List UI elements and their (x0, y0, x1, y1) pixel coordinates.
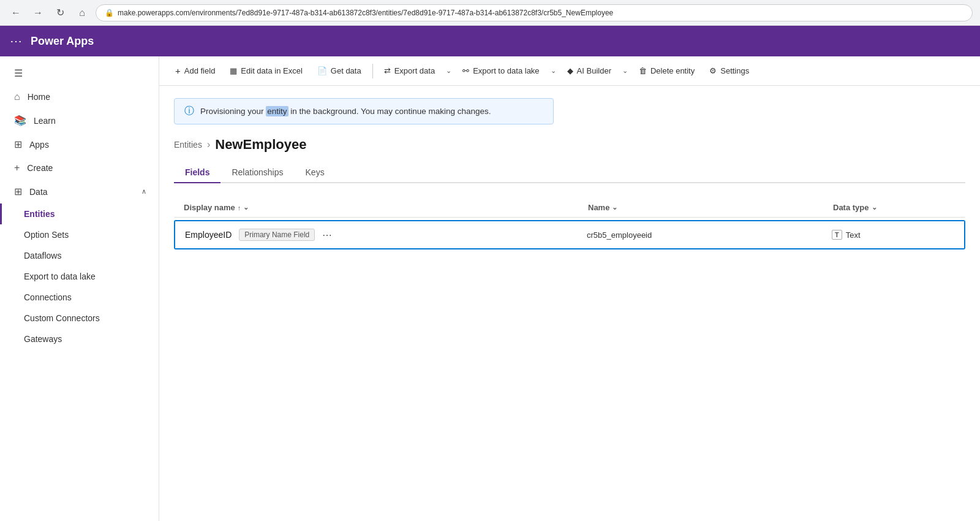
tab-fields[interactable]: Fields (174, 162, 221, 183)
delete-entity-button[interactable]: 🗑 Delete entity (633, 63, 701, 79)
add-field-label: Add field (184, 66, 216, 75)
notification-after: in the background. You may continue maki… (288, 107, 491, 116)
data-icon: ⊞ (14, 186, 22, 197)
get-data-label: Get data (331, 66, 361, 75)
data-type-label: Text (846, 230, 861, 240)
url-text: make.powerapps.com/environments/7ed8d91e… (118, 9, 613, 17)
sidebar-sub-item-entities[interactable]: Entities (0, 203, 159, 224)
ai-builder-dropdown-button[interactable]: ⌄ (620, 63, 630, 78)
sidebar-sub-item-entities-label: Entities (24, 209, 55, 219)
edit-excel-label: Edit data in Excel (241, 66, 302, 75)
sidebar-item-home-label: Home (28, 92, 50, 102)
ai-builder-label: AI Builder (577, 66, 611, 75)
name-sort-icon: ⌄ (612, 203, 617, 211)
export-data-icon: ⇄ (384, 66, 391, 75)
get-data-icon: 📄 (317, 66, 327, 75)
home-button[interactable]: ⌂ (74, 4, 91, 21)
sidebar: ☰ ⌂ Home 📚 Learn ⊞ Apps + Create ⊞ Data … (0, 56, 159, 521)
sort-asc-icon: ↑ (238, 204, 241, 211)
export-data-button[interactable]: ⇄ Export data (378, 63, 442, 79)
primary-name-badge: Primary Name Field (239, 229, 315, 241)
sidebar-item-learn[interactable]: 📚 Learn (0, 108, 159, 132)
sidebar-sub-item-connections[interactable]: Connections (0, 287, 159, 308)
settings-button[interactable]: ⚙ Settings (703, 63, 755, 79)
data-type-sort-icon: ⌄ (872, 203, 877, 211)
edit-excel-button[interactable]: ▦ Edit data in Excel (224, 63, 308, 79)
forward-button[interactable]: → (29, 4, 47, 21)
breadcrumb-separator: › (207, 139, 210, 150)
sort-chevron-icon: ⌄ (243, 203, 249, 211)
sidebar-sub-item-dataflows[interactable]: Dataflows (0, 245, 159, 266)
row-more-button[interactable]: ⋯ (322, 229, 333, 241)
col-header-display-name[interactable]: Display name ↑ ⌄ (184, 203, 588, 212)
sidebar-sub-item-gateways[interactable]: Gateways (0, 329, 159, 349)
tab-keys[interactable]: Keys (295, 162, 336, 183)
table-header: Display name ↑ ⌄ Name ⌄ Data type ⌄ (174, 198, 965, 218)
export-lake-label: Export to data lake (473, 66, 539, 75)
export-data-label: Export data (394, 66, 435, 75)
reload-button[interactable]: ↻ (51, 4, 69, 21)
sidebar-item-apps-label: Apps (29, 140, 49, 150)
tab-relationships[interactable]: Relationships (221, 162, 294, 183)
get-data-button[interactable]: 📄 Get data (311, 63, 368, 79)
breadcrumb-parent-link[interactable]: Entities (174, 140, 202, 150)
export-lake-button[interactable]: ⚯ Export to data lake (456, 63, 545, 79)
sidebar-item-data[interactable]: ⊞ Data ∧ (0, 180, 159, 203)
notification-before: Provisioning your (200, 107, 266, 116)
tabs-bar: Fields Relationships Keys (174, 162, 965, 183)
sidebar-item-learn-label: Learn (34, 116, 56, 126)
notification-banner: ⓘ Provisioning your entity in the backgr… (174, 98, 554, 124)
content-area: ⓘ Provisioning your entity in the backgr… (159, 86, 980, 521)
notification-text: Provisioning your entity in the backgrou… (200, 107, 491, 116)
browser-chrome: ← → ↻ ⌂ 🔒 make.powerapps.com/environment… (0, 0, 980, 26)
sidebar-sub-item-connections-label: Connections (24, 292, 72, 302)
sidebar-item-home[interactable]: ⌂ Home (0, 85, 159, 108)
row-name-cell: EmployeeID Primary Name Field ⋯ (185, 229, 587, 241)
ai-builder-icon: ◆ (567, 66, 573, 75)
delete-entity-label: Delete entity (650, 66, 695, 75)
delete-entity-icon: 🗑 (639, 66, 647, 75)
sidebar-sub-item-custom-connectors-label: Custom Connectors (24, 313, 100, 323)
toolbar-divider-1 (372, 64, 373, 78)
row-api-name: cr5b5_employeeid (587, 230, 832, 240)
sidebar-sub-item-export-lake[interactable]: Export to data lake (0, 266, 159, 287)
create-icon: + (14, 162, 20, 173)
waffle-icon[interactable]: ⋯ (10, 34, 22, 48)
table-row[interactable]: EmployeeID Primary Name Field ⋯ cr5b5_em… (175, 221, 964, 248)
toolbar: + Add field ▦ Edit data in Excel 📄 Get d… (159, 56, 980, 86)
lock-icon: 🔒 (105, 9, 114, 17)
add-field-icon: + (175, 66, 181, 76)
main-content: + Add field ▦ Edit data in Excel 📄 Get d… (159, 56, 980, 521)
info-icon: ⓘ (184, 105, 194, 118)
table-row-wrapper: EmployeeID Primary Name Field ⋯ cr5b5_em… (174, 220, 965, 249)
sidebar-item-create[interactable]: + Create (0, 156, 159, 180)
add-field-button[interactable]: + Add field (169, 62, 221, 80)
text-type-icon: T (832, 230, 842, 240)
sidebar-sub-item-gateways-label: Gateways (24, 334, 62, 344)
col-header-name[interactable]: Name ⌄ (588, 203, 833, 212)
back-button[interactable]: ← (7, 4, 24, 21)
fields-table: Display name ↑ ⌄ Name ⌄ Data type ⌄ (174, 198, 965, 249)
sidebar-sub-item-custom-connectors[interactable]: Custom Connectors (0, 308, 159, 329)
sidebar-collapse-button[interactable]: ☰ (0, 61, 159, 85)
home-icon: ⌂ (14, 91, 20, 102)
learn-icon: 📚 (14, 115, 26, 126)
ai-builder-button[interactable]: ◆ AI Builder (561, 63, 617, 79)
data-expand-icon: ∧ (141, 188, 146, 196)
sidebar-item-data-label: Data (29, 187, 48, 197)
settings-icon: ⚙ (709, 66, 717, 75)
sidebar-sub-item-option-sets[interactable]: Option Sets (0, 224, 159, 245)
field-display-name: EmployeeID (185, 230, 232, 240)
export-data-dropdown-button[interactable]: ⌄ (443, 63, 454, 78)
settings-label: Settings (720, 66, 749, 75)
apps-icon: ⊞ (14, 139, 22, 150)
export-lake-dropdown-button[interactable]: ⌄ (548, 63, 559, 78)
sidebar-sub-item-option-sets-label: Option Sets (24, 230, 69, 240)
col-header-data-type[interactable]: Data type ⌄ (833, 203, 956, 212)
sidebar-sub-item-dataflows-label: Dataflows (24, 251, 61, 260)
notification-highlight: entity (266, 106, 288, 116)
sidebar-top: ☰ ⌂ Home 📚 Learn ⊞ Apps + Create ⊞ Data … (0, 56, 159, 354)
url-bar[interactable]: 🔒 make.powerapps.com/environments/7ed8d9… (96, 4, 973, 21)
sidebar-item-apps[interactable]: ⊞ Apps (0, 132, 159, 156)
edit-excel-icon: ▦ (230, 66, 237, 75)
